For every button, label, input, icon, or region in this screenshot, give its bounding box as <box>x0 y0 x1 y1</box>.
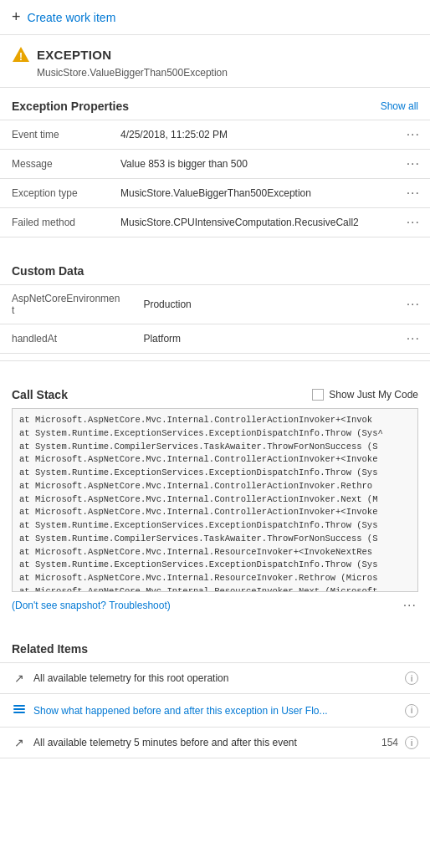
custom-data-table: AspNetCoreEnvironmen t Production ··· ha… <box>0 284 430 354</box>
svg-text:!: ! <box>19 51 23 63</box>
exception-properties-header: Exception Properties Show all <box>0 88 430 120</box>
custom-data-section: Custom Data AspNetCoreEnvironmen t Produ… <box>0 253 430 361</box>
snapshot-more-button[interactable]: ··· <box>402 599 418 612</box>
custom-data-header: Custom Data <box>0 253 430 284</box>
plus-icon: + <box>12 8 21 26</box>
row-more-button[interactable]: ··· <box>405 216 422 229</box>
stack-line: at Microsoft.AspNetCore.Mvc.Internal.Con… <box>19 453 411 467</box>
prop-key: Message <box>0 150 109 179</box>
stack-line: at Microsoft.AspNetCore.Mvc.Internal.Res… <box>19 546 411 559</box>
prop-value: Production <box>131 285 392 324</box>
stack-line: at System.Runtime.ExceptionServices.Exce… <box>19 519 411 533</box>
call-stack-section: Call Stack Show Just My Code at Microsof… <box>0 376 430 592</box>
show-all-link[interactable]: Show all <box>381 100 418 112</box>
create-work-item-button[interactable]: Create work item <box>28 11 116 24</box>
stack-line: at System.Runtime.ExceptionServices.Exce… <box>19 467 411 480</box>
show-just-code-label: Show Just My Code <box>329 389 418 401</box>
prop-value: Platform <box>131 324 392 354</box>
related-item-text: All available telemetry 5 minutes before… <box>33 737 381 748</box>
stack-line: at Microsoft.AspNetCore.Mvc.Internal.Res… <box>19 585 411 592</box>
flow-icon <box>12 702 27 718</box>
table-row: Message Value 853 is bigger than 500 ··· <box>0 150 430 179</box>
exception-title-row: ! EXCEPTION <box>12 45 418 64</box>
arrow-icon: ↗ <box>12 671 27 685</box>
show-just-code-row: Show Just My Code <box>312 389 418 401</box>
prop-value: Value 853 is bigger than 500 <box>109 150 393 179</box>
table-row: Exception type MusicStore.ValueBiggerTha… <box>0 179 430 208</box>
prop-value: 4/25/2018, 11:25:02 PM <box>109 120 393 150</box>
list-item[interactable]: ↗ All available telemetry 5 minutes befo… <box>0 727 430 758</box>
prop-key: Failed method <box>0 208 109 237</box>
row-more-button[interactable]: ··· <box>405 298 422 311</box>
exception-properties-title: Exception Properties <box>12 100 129 113</box>
exception-title: EXCEPTION <box>37 48 111 62</box>
call-stack-title: Call Stack <box>12 388 68 401</box>
stack-line: at System.Runtime.ExceptionServices.Exce… <box>19 427 411 441</box>
snapshot-link[interactable]: (Don't see snapshot? Troubleshoot) <box>12 600 171 611</box>
stack-line: at Microsoft.AspNetCore.Mvc.Internal.Res… <box>19 572 411 585</box>
list-item[interactable]: Show what happened before and after this… <box>0 693 430 727</box>
exception-properties-section: Exception Properties Show all Event time… <box>0 88 430 237</box>
related-items-title: Related Items <box>0 642 430 662</box>
exception-properties-table: Event time 4/25/2018, 11:25:02 PM ··· Me… <box>0 120 430 237</box>
info-icon[interactable]: i <box>405 704 418 717</box>
stack-line: at Microsoft.AspNetCore.Mvc.Internal.Con… <box>19 493 411 507</box>
snapshot-row: (Don't see snapshot? Troubleshoot) ··· <box>0 592 430 619</box>
related-item-text: Show what happened before and after this… <box>33 705 405 717</box>
call-stack-header: Call Stack Show Just My Code <box>12 388 418 401</box>
stack-line: at Microsoft.AspNetCore.Mvc.Internal.Con… <box>19 414 411 427</box>
prop-key: handledAt <box>0 324 131 354</box>
row-more-button[interactable]: ··· <box>405 128 422 141</box>
row-more-button[interactable]: ··· <box>405 157 422 171</box>
table-row: handledAt Platform ··· <box>0 324 430 354</box>
stack-line: at System.Runtime.CompilerServices.TaskA… <box>19 533 411 546</box>
arrow-icon: ↗ <box>12 736 27 749</box>
svg-rect-2 <box>13 705 25 707</box>
exception-block: ! EXCEPTION MusicStore.ValueBiggerThan50… <box>0 35 430 88</box>
related-item-count: 154 <box>381 737 398 748</box>
prop-key: Exception type <box>0 179 109 208</box>
info-icon[interactable]: i <box>405 671 418 685</box>
info-icon[interactable]: i <box>405 736 418 749</box>
svg-rect-4 <box>13 712 25 713</box>
custom-data-title: Custom Data <box>12 264 84 278</box>
related-items-section: Related Items ↗ All available telemetry … <box>0 634 430 758</box>
header: + Create work item <box>0 0 430 35</box>
table-row: Failed method MusicStore.CPUIntensiveCom… <box>0 208 430 237</box>
exception-subtitle: MusicStore.ValueBiggerThan500Exception <box>37 67 418 79</box>
call-stack-box[interactable]: at Microsoft.AspNetCore.Mvc.Internal.Con… <box>12 408 418 592</box>
stack-line: at System.Runtime.ExceptionServices.Exce… <box>19 559 411 572</box>
list-item[interactable]: ↗ All available telemetry for this root … <box>0 662 430 693</box>
prop-key: AspNetCoreEnvironmen t <box>0 285 131 324</box>
stack-line: at System.Runtime.CompilerServices.TaskA… <box>19 441 411 454</box>
svg-rect-3 <box>13 708 25 710</box>
prop-value: MusicStore.CPUIntensiveComputation.Recus… <box>109 208 393 237</box>
table-row: AspNetCoreEnvironmen t Production ··· <box>0 285 430 324</box>
show-just-code-checkbox[interactable] <box>312 389 324 401</box>
prop-key: Event time <box>0 120 109 150</box>
table-row: Event time 4/25/2018, 11:25:02 PM ··· <box>0 120 430 150</box>
row-more-button[interactable]: ··· <box>405 332 422 345</box>
warning-icon: ! <box>12 45 30 64</box>
related-item-text: All available telemetry for this root op… <box>33 672 405 684</box>
row-more-button[interactable]: ··· <box>405 186 422 200</box>
stack-line: at Microsoft.AspNetCore.Mvc.Internal.Con… <box>19 480 411 493</box>
stack-line: at Microsoft.AspNetCore.Mvc.Internal.Con… <box>19 506 411 519</box>
prop-value: MusicStore.ValueBiggerThan500Exception <box>109 179 393 208</box>
